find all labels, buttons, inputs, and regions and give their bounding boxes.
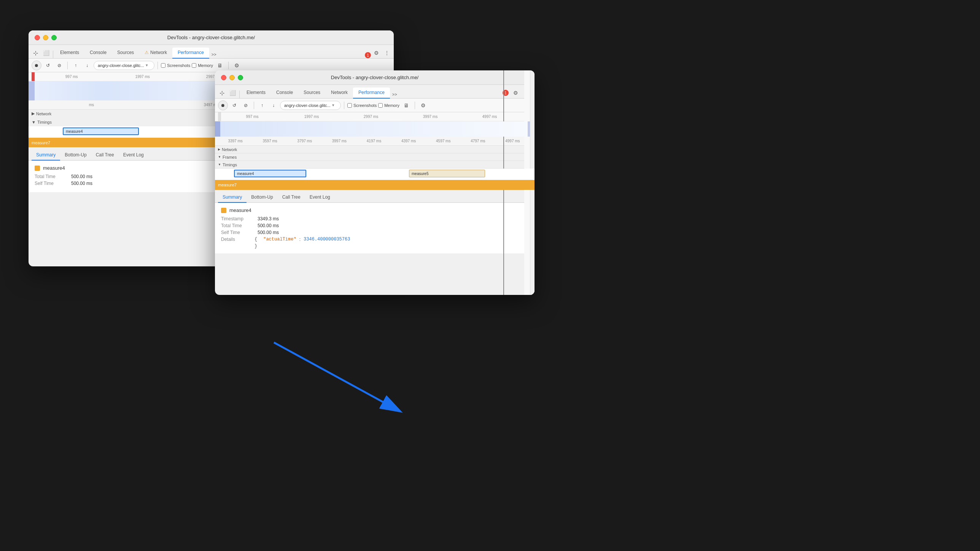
summary-title-front: measure4 xyxy=(221,207,528,213)
close-button-back[interactable] xyxy=(35,35,40,40)
perf-settings-icon-back[interactable]: ⚙ xyxy=(232,60,242,71)
details-close-brace-front: } xyxy=(255,244,257,249)
tab-bottomup-back[interactable]: Bottom-Up xyxy=(60,150,91,161)
measure4-bar-front[interactable]: measure4 xyxy=(234,170,306,177)
tab-summary-back[interactable]: Summary xyxy=(32,150,60,161)
device-icon[interactable]: ⬜ xyxy=(41,48,51,58)
url-bar-front[interactable]: angry-clover-close.glitc... ▾ xyxy=(280,101,341,110)
tab-console-front[interactable]: Console xyxy=(271,88,298,99)
tab-eventlog-back[interactable]: Event Log xyxy=(119,150,148,161)
tab-console-back[interactable]: Console xyxy=(84,48,112,59)
settings-icon-front[interactable]: ⚙ xyxy=(510,88,521,98)
download-btn-back[interactable]: ↓ xyxy=(82,61,92,70)
total-time-value-front: 500.00 ms xyxy=(258,223,279,228)
tab-network-back[interactable]: ⚠Network xyxy=(139,48,172,59)
maximize-button-back[interactable] xyxy=(51,35,57,40)
net-bg-front xyxy=(215,121,535,137)
timings-measure7-row-front: measure7 xyxy=(215,180,535,190)
record-btn-back[interactable]: ⏺ xyxy=(32,61,41,70)
tab-elements-back[interactable]: Elements xyxy=(55,48,84,59)
minimize-button-back[interactable] xyxy=(43,35,48,40)
tab-network-front[interactable]: Network xyxy=(326,88,353,99)
more-icon-back[interactable]: ⋮ xyxy=(382,48,392,58)
maximize-button-front[interactable] xyxy=(238,75,243,80)
traffic-lights-back xyxy=(35,35,57,40)
tab-bottomup-front[interactable]: Bottom-Up xyxy=(247,192,277,203)
tab-summary-front[interactable]: Summary xyxy=(218,192,247,203)
frames-section-front[interactable]: ▼ Frames xyxy=(215,153,535,161)
summary-details-front: Details { "actualTime" : 3346.4000000357… xyxy=(221,237,528,242)
measure7-bar-front[interactable]: measure7 xyxy=(215,180,535,190)
inspect-icon-front[interactable]: ⊹ xyxy=(216,88,227,98)
frames-triangle-front: ▼ xyxy=(218,155,221,159)
upload-btn-front[interactable]: ↑ xyxy=(257,100,267,110)
ruler-mark-b8-front: 4797 ms xyxy=(461,139,495,143)
measure4-bar-back[interactable]: measure4 xyxy=(63,127,139,135)
net-spike-back xyxy=(29,81,35,100)
ruler-mark-5-front: 4997 ms xyxy=(460,115,519,119)
tab-overflow-front[interactable]: >> xyxy=(390,91,399,98)
summary-color-swatch-back xyxy=(35,166,40,171)
clear-btn-front[interactable]: ⊘ xyxy=(241,100,251,110)
window-title-back: DevTools - angry-clover-close.glitch.me/ xyxy=(167,35,255,40)
tab-performance-front[interactable]: Performance xyxy=(353,88,390,99)
tab-performance-back[interactable]: Performance xyxy=(172,48,209,59)
tab-calltree-front[interactable]: Call Tree xyxy=(278,192,305,203)
cpu-throttle-icon-front[interactable]: 🖥 xyxy=(401,100,412,111)
url-bar-back[interactable]: angry-clover-close.glitc... ▾ xyxy=(94,61,154,70)
tab-separator xyxy=(53,51,53,58)
details-label-front: Details xyxy=(221,237,251,242)
timeline-marker-red-front xyxy=(218,112,221,121)
reload-btn-front[interactable]: ↺ xyxy=(229,100,239,110)
screenshots-input-back[interactable] xyxy=(161,63,165,68)
tab-sources-front[interactable]: Sources xyxy=(298,88,326,99)
memory-checkbox-front[interactable]: Memory xyxy=(378,103,399,108)
tab-calltree-back[interactable]: Call Tree xyxy=(91,150,119,161)
window-title-front: DevTools - angry-clover-close.glitch.me/ xyxy=(331,75,418,80)
minimize-button-front[interactable] xyxy=(229,75,235,80)
screenshots-checkbox-back[interactable]: Screenshots xyxy=(161,63,190,68)
perf-sep1-back xyxy=(67,62,68,69)
summary-panel-front: measure4 Timestamp 3349.3 ms Total Time … xyxy=(215,203,535,253)
tab-overflow-back[interactable]: >> xyxy=(209,51,219,58)
reload-btn-back[interactable]: ↺ xyxy=(43,61,53,70)
network-section-front[interactable]: ▶ Network xyxy=(215,146,535,153)
details-indent-front xyxy=(221,244,251,249)
ruler-mark-b4-front: 3997 ms xyxy=(322,139,356,143)
record-btn-front[interactable]: ⏺ xyxy=(218,100,228,110)
timings-section-front[interactable]: ▼ Timings xyxy=(215,161,535,169)
timeline-ruler-bottom-front: 3397 ms 3597 ms 3797 ms 3997 ms 4197 ms … xyxy=(215,137,535,146)
memory-checkbox-back[interactable]: Memory xyxy=(192,63,213,68)
tab-sources-back[interactable]: Sources xyxy=(112,48,139,59)
scrollbar-end-front xyxy=(530,137,535,146)
download-btn-front[interactable]: ↓ xyxy=(269,100,278,110)
self-time-value-front: 500.00 ms xyxy=(258,230,279,235)
memory-input-front[interactable] xyxy=(378,103,383,108)
memory-input-back[interactable] xyxy=(192,63,196,68)
tab-eventlog-front[interactable]: Event Log xyxy=(305,192,335,203)
timings-track-label-back: ▼ Timings xyxy=(32,120,70,124)
screenshots-checkbox-front[interactable]: Screenshots xyxy=(347,103,377,108)
summary-timestamp-front: Timestamp 3349.3 ms xyxy=(221,216,528,221)
summary-color-swatch-front xyxy=(221,208,226,213)
ruler-mark-4-front: 3997 ms xyxy=(401,115,460,119)
net-timeline-front xyxy=(215,121,535,137)
upload-btn-back[interactable]: ↑ xyxy=(71,61,81,70)
device-icon-front[interactable]: ⬜ xyxy=(227,88,238,98)
url-dropdown-icon: ▾ xyxy=(146,63,148,68)
perf-settings-icon-front[interactable]: ⚙ xyxy=(418,100,429,111)
close-button-front[interactable] xyxy=(221,75,226,80)
clear-btn-back[interactable]: ⊘ xyxy=(54,61,64,70)
screenshots-input-front[interactable] xyxy=(347,103,352,108)
settings-icon-back[interactable]: ⚙ xyxy=(371,48,382,58)
tab-elements-front[interactable]: Elements xyxy=(241,88,271,99)
self-time-value-back: 500.00 ms xyxy=(71,181,92,186)
ruler-mark-b1-back: ms xyxy=(32,103,151,107)
ruler-mark-b2-front: 3597 ms xyxy=(253,139,287,143)
cpu-throttle-icon-back[interactable]: 🖥 xyxy=(215,60,225,71)
measure5-bar-front[interactable]: measure5 xyxy=(409,170,485,177)
details-key-front: "actualTime" xyxy=(263,237,296,242)
inspect-icon[interactable]: ⊹ xyxy=(30,48,41,58)
details-value-front: 3346.400000035763 xyxy=(304,237,350,242)
total-time-value-back: 500.00 ms xyxy=(71,174,92,179)
